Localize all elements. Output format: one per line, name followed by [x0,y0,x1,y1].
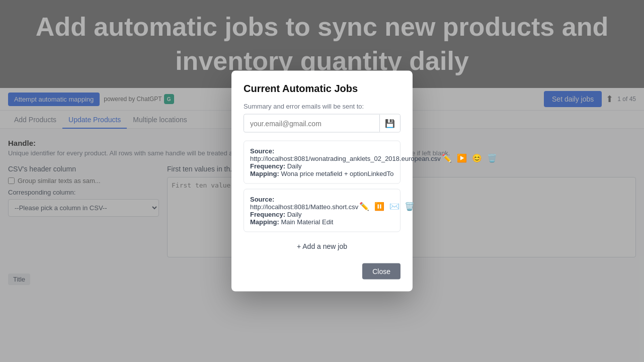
job-play-button-1[interactable]: ▶️ [456,153,468,163]
job-map-label-2: Mapping: [250,218,279,226]
job-actions-2: ✏️ ⏸️ ✉️ 🗑️ [358,198,416,212]
job-card-1: Source: http://localhost:8081/wonatradin… [244,141,400,184]
job-map-value-1: Wona price metafield + optionLinkedTo [281,170,393,177]
job-frequency-1: Frequency: Daily [250,162,441,170]
modal-subtitle: Summary and error emails will be sent to… [244,103,400,110]
job-source-url-2: http://localhost:8081/Matteo.short.csv [250,203,358,211]
job-map-value-2: Main Material Edit [281,218,333,226]
job-pause-button-2[interactable]: ⏸️ [373,202,385,212]
job-delete-button-2[interactable]: 🗑️ [404,202,416,212]
job-delete-button-1[interactable]: 🗑️ [486,153,498,163]
job-mapping-1: Mapping: Wona price metafield + optionLi… [250,170,441,177]
job-frequency-2: Frequency: Daily [250,211,358,218]
job-source-1: Source: http://localhost:8081/wonatradin… [250,147,441,162]
job-source-2: Source: http://localhost:8081/Matteo.sho… [250,196,358,211]
job-freq-value-1: Daily [287,162,302,170]
job-map-label-1: Mapping: [250,170,279,177]
modal-title: Current Automatic Jobs [244,83,400,95]
job-actions-1: ✏️ ▶️ 😊 🗑️ [441,149,498,163]
job-email-button-1[interactable]: 😊 [471,153,483,163]
job-edit-button-2[interactable]: ✏️ [358,202,370,212]
job-source-url-1: http://localhost:8081/wonatrading_anklet… [250,155,441,162]
job-freq-label-1: Frequency: [250,162,285,170]
job-email-button-2[interactable]: ✉️ [388,202,400,212]
job-edit-button-1[interactable]: ✏️ [441,153,453,163]
job-freq-value-2: Daily [287,211,302,218]
modal-footer: Close [244,263,400,280]
job-source-label-1: Source: [250,147,274,155]
modal: Current Automatic Jobs Summary and error… [231,71,413,292]
job-mapping-2: Mapping: Main Material Edit [250,218,358,226]
job-info-1: Source: http://localhost:8081/wonatradin… [250,147,441,177]
email-input[interactable] [244,115,379,131]
job-info-2: Source: http://localhost:8081/Matteo.sho… [250,196,358,226]
add-new-job-button[interactable]: + Add a new job [244,237,400,255]
job-source-label-2: Source: [250,196,274,203]
close-button[interactable]: Close [362,263,400,280]
email-input-row: 💾 [244,114,400,133]
job-card-2: Source: http://localhost:8081/Matteo.sho… [244,189,400,232]
email-save-button[interactable]: 💾 [379,115,400,132]
job-freq-label-2: Frequency: [250,211,285,218]
